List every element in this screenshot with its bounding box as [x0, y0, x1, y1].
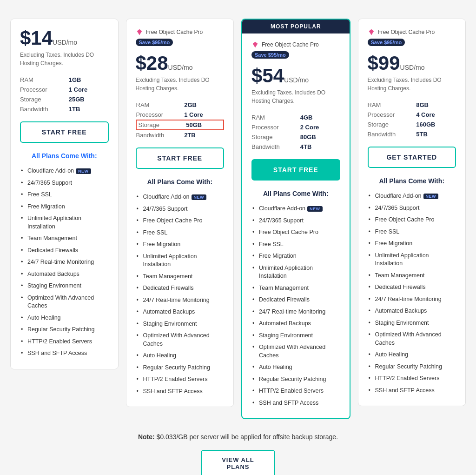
- spec-value: 1TB: [69, 104, 109, 114]
- feature-item: 24/7/365 Support: [20, 177, 109, 189]
- spec-value: 2GB: [184, 100, 224, 110]
- feature-item: HTTP/2 Enabled Servers: [251, 385, 340, 397]
- new-badge: NEW: [192, 194, 207, 200]
- price-section: $54USD/mo Excluding Taxes. Includes DO H…: [251, 66, 340, 105]
- feature-item: Unlimited Application Installation: [368, 250, 456, 270]
- spec-value: 1 Core: [69, 85, 109, 94]
- specs-table: RAM 8GB Processor 4 Core Storage 160GB B…: [368, 100, 456, 139]
- plan-card-advanced: Free Object Cache Pro Save $95/mo $99USD…: [358, 19, 466, 406]
- promo-bar: Free Object Cache Pro Save $95/mo: [368, 28, 456, 46]
- feature-item: Staging Environment: [251, 330, 340, 342]
- spec-value: 1GB: [69, 75, 109, 85]
- feature-item: Regular Security Patching: [136, 362, 225, 374]
- promo-text: Free Object Cache Pro: [146, 29, 203, 35]
- spec-row: RAM 1GB: [20, 75, 109, 85]
- diamond-icon: [251, 41, 259, 48]
- feature-item: Regular Security Patching: [368, 361, 456, 373]
- view-all-plans-button[interactable]: VIEW ALL PLANS: [201, 450, 275, 475]
- price-unit: USD/mo: [284, 76, 309, 84]
- feature-item: Auto Healing: [20, 312, 109, 324]
- spec-label: Bandwidth: [368, 129, 416, 139]
- spec-label: Processor: [251, 122, 300, 132]
- footer-note-label: Note:: [138, 433, 155, 441]
- features-title: All Plans Come With:: [20, 152, 109, 160]
- spec-row: RAM 8GB: [368, 100, 456, 110]
- price-unit: USD/mo: [400, 64, 425, 71]
- specs-table: RAM 1GB Processor 1 Core Storage 25GB Ba…: [20, 75, 109, 114]
- feature-item: Auto Healing: [136, 350, 225, 362]
- feature-item: Staging Environment: [136, 318, 225, 330]
- plan-card-basic: Free Object Cache Pro Save $95/mo $28USD…: [126, 19, 234, 407]
- price-amount: $54USD/mo: [251, 66, 340, 86]
- specs-table: RAM 2GB Processor 1 Core Storage 50GB Ba…: [136, 100, 225, 140]
- feature-item: Optimized With Advanced Caches: [20, 292, 109, 312]
- cta-button[interactable]: START FREE: [136, 147, 225, 169]
- footer-note-text: $0.033/GB per server will be applied for…: [157, 433, 338, 441]
- save-badge: Save $95/mo: [368, 39, 405, 46]
- spec-label: Storage: [368, 120, 416, 129]
- spec-value: 8GB: [416, 100, 456, 110]
- feature-item: HTTP/2 Enabled Servers: [20, 336, 109, 348]
- plan-card-starter: $14USD/mo Excluding Taxes. Includes DO H…: [10, 19, 119, 369]
- spec-value: 1 Core: [184, 110, 224, 120]
- features-list: Cloudflare Add-onNEW24/7/365 SupportFree…: [251, 203, 340, 409]
- feature-item: Staging Environment: [368, 317, 456, 329]
- feature-item: Auto Healing: [251, 361, 340, 374]
- spec-row-storage: Storage 50GB: [136, 120, 224, 130]
- spec-value: 160GB: [416, 120, 456, 129]
- feature-item: 24/7 Real-time Monitoring: [136, 294, 225, 307]
- spec-label: RAM: [368, 100, 416, 110]
- features-list: Cloudflare Add-onNEW24/7/365 SupportFree…: [136, 191, 225, 397]
- feature-item: Cloudflare Add-onNEW: [20, 165, 109, 177]
- spec-row: Processor 1 Core: [20, 85, 109, 94]
- feature-item: Free Migration: [251, 250, 340, 262]
- feature-item: 24/7 Real-time Monitoring: [251, 306, 340, 318]
- price-section: $28USD/mo Excluding Taxes. Includes DO H…: [136, 54, 225, 93]
- feature-item: Free Migration: [136, 239, 225, 251]
- spec-row: Storage 160GB: [368, 120, 456, 129]
- spec-label: Processor: [20, 85, 69, 94]
- feature-item: Free Object Cache Pro: [136, 215, 225, 227]
- feature-item: SSH and SFTP Access: [20, 348, 109, 360]
- feature-item: Optimized With Advanced Caches: [136, 330, 225, 350]
- feature-item: Automated Backups: [20, 268, 109, 281]
- spec-label: Processor: [136, 110, 185, 120]
- cta-button[interactable]: GET STARTED: [368, 147, 456, 168]
- new-badge: NEW: [307, 206, 323, 212]
- spec-row: Bandwidth 5TB: [368, 129, 456, 139]
- page-wrapper: $14USD/mo Excluding Taxes. Includes DO H…: [10, 9, 466, 475]
- spec-row: Storage 80GB: [251, 132, 340, 142]
- features-title: All Plans Come With:: [251, 190, 340, 197]
- diamond-icon: [136, 28, 143, 36]
- feature-item: Dedicated Firewalls: [368, 281, 456, 294]
- feature-item: 24/7/365 Support: [368, 202, 456, 214]
- spec-label: RAM: [20, 75, 69, 85]
- spec-row: Bandwidth 1TB: [20, 104, 109, 114]
- feature-item: Free SSL: [20, 189, 109, 201]
- spec-label: Storage: [20, 94, 69, 104]
- price-note: Excluding Taxes. Includes DO Hosting Cha…: [136, 76, 225, 93]
- cta-button[interactable]: START FREE: [20, 121, 109, 143]
- new-badge: NEW: [423, 194, 439, 199]
- spec-label: Bandwidth: [136, 130, 185, 140]
- save-badge: Save $95/mo: [251, 51, 289, 59]
- feature-item: SSH and SFTP Access: [368, 385, 456, 397]
- price-note: Excluding Taxes. Includes DO Hosting Cha…: [368, 76, 456, 93]
- feature-item: Optimized With Advanced Caches: [368, 329, 456, 349]
- feature-item: Cloudflare Add-onNEW: [251, 203, 340, 215]
- promo-text: Free Object Cache Pro: [262, 41, 319, 48]
- save-badge: Save $95/mo: [136, 39, 173, 46]
- spec-label: Bandwidth: [20, 104, 69, 114]
- features-title: All Plans Come With:: [136, 178, 225, 186]
- price-section: $99USD/mo Excluding Taxes. Includes DO H…: [368, 54, 456, 93]
- price-section: $14USD/mo Excluding Taxes. Includes DO H…: [20, 28, 109, 67]
- spec-value: 25GB: [69, 94, 109, 104]
- feature-item: Cloudflare Add-onNEW: [368, 190, 456, 202]
- spec-label: Bandwidth: [251, 142, 300, 152]
- feature-item: HTTP/2 Enabled Servers: [368, 373, 456, 385]
- price-amount: $99USD/mo: [368, 54, 456, 73]
- spec-row: RAM 4GB: [251, 113, 340, 122]
- cta-button[interactable]: START FREE: [251, 159, 340, 181]
- diamond-icon: [368, 28, 375, 36]
- spec-row: Processor 2 Core: [251, 122, 340, 132]
